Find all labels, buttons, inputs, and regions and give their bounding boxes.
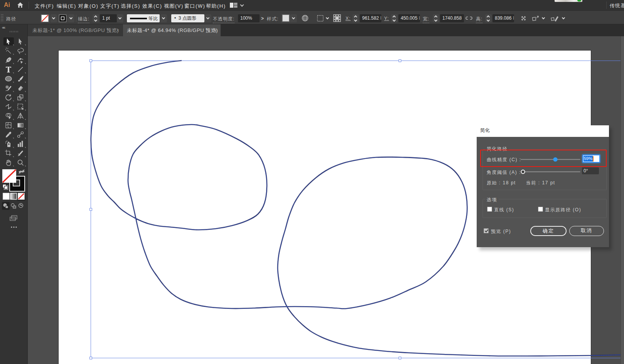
svg-text:等比: 等比 (148, 16, 158, 21)
